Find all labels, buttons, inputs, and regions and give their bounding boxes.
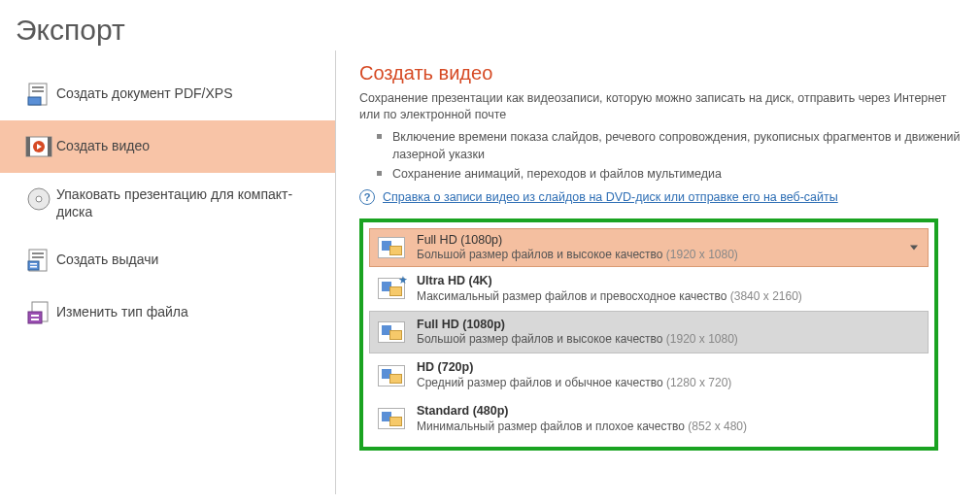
quality-option-title: Full HD (1080p) [417, 318, 738, 333]
quality-option-1080p[interactable]: Full HD (1080p) Большой размер файлов и … [369, 311, 929, 354]
sidebar-item-package-cd[interactable]: Упаковать презентацию для компакт-диска [0, 173, 335, 234]
cd-icon [21, 186, 56, 212]
svg-rect-16 [30, 266, 37, 268]
slide-thumb-icon [378, 365, 405, 386]
quality-header-sub: Большой размер файлов и высокое качество… [417, 248, 738, 262]
svg-rect-14 [28, 261, 39, 270]
quality-option-sub: Большой размер файлов и высокое качество… [417, 332, 738, 347]
quality-option-title: Standard (480p) [417, 404, 747, 420]
quality-option-480p[interactable]: Standard (480p) Минимальный размер файло… [369, 397, 929, 441]
chevron-down-icon [910, 246, 918, 251]
bullet-item: Включение времени показа слайдов, речево… [377, 127, 961, 164]
pdfxps-icon [21, 82, 56, 107]
svg-rect-20 [31, 319, 39, 320]
help-row: ? Справка о записи видео из слайдов на D… [359, 189, 961, 205]
svg-rect-3 [28, 97, 41, 105]
quality-option-title: Ultra HD (4K) [417, 274, 802, 289]
export-sidebar: Создать документ PDF/XPS Создать видео У… [0, 50, 336, 494]
video-export-icon [21, 134, 56, 159]
sidebar-item-pdfxps[interactable]: Создать документ PDF/XPS [0, 68, 335, 120]
svg-rect-19 [31, 315, 39, 317]
section-description: Сохранение презентации как видеозаписи, … [359, 90, 961, 123]
help-link[interactable]: Справка о записи видео из слайдов на DVD… [383, 190, 838, 204]
svg-rect-15 [30, 263, 37, 265]
quality-option-title: HD (720p) [417, 360, 731, 376]
section-title: Создать видео [359, 62, 961, 84]
svg-rect-5 [26, 137, 30, 156]
quality-header-title: Full HD (1080p) [417, 233, 738, 249]
sidebar-item-change-filetype[interactable]: Изменить тип файла [0, 286, 335, 339]
feature-bullets: Включение времени показа слайдов, речево… [377, 127, 961, 184]
svg-rect-6 [48, 137, 51, 156]
help-icon: ? [359, 189, 375, 205]
quality-selector-box: Full HD (1080p) Большой размер файлов и … [359, 218, 938, 451]
svg-rect-13 [32, 256, 44, 258]
filetype-icon [21, 300, 56, 325]
slide-thumb-icon: ★ [378, 278, 405, 299]
sidebar-item-label: Создать выдачи [56, 252, 158, 269]
svg-rect-12 [32, 252, 44, 254]
svg-rect-2 [32, 90, 44, 92]
slide-thumb-icon [378, 408, 405, 429]
sidebar-item-video[interactable]: Создать видео [0, 120, 335, 173]
slide-thumb-icon [378, 237, 405, 258]
page-title: Экспорт [0, 0, 980, 50]
sidebar-item-label: Создать видео [56, 138, 150, 155]
quality-option-sub: Средний размер файлов и обычное качество… [417, 376, 731, 390]
quality-option-720p[interactable]: HD (720p) Средний размер файлов и обычно… [369, 353, 929, 397]
star-icon: ★ [398, 274, 408, 286]
slide-thumb-icon [378, 321, 405, 343]
handouts-icon [21, 248, 56, 273]
sidebar-item-label: Изменить тип файла [56, 304, 188, 321]
sidebar-item-label: Упаковать презентацию для компакт-диска [56, 186, 320, 220]
svg-rect-18 [28, 312, 42, 323]
bullet-item: Сохранение анимаций, переходов и файлов … [377, 164, 961, 184]
main-area: Создать документ PDF/XPS Создать видео У… [0, 50, 980, 494]
sidebar-item-handouts[interactable]: Создать выдачи [0, 234, 335, 286]
quality-dropdown-header[interactable]: Full HD (1080p) Большой размер файлов и … [369, 228, 929, 267]
quality-option-sub: Минимальный размер файлов и плохое качес… [417, 420, 747, 434]
quality-option-4k[interactable]: ★ Ultra HD (4K) Максимальный размер файл… [369, 267, 929, 311]
svg-point-10 [36, 196, 42, 202]
quality-header-text: Full HD (1080p) Большой размер файлов и … [417, 233, 738, 263]
export-content: Создать видео Сохранение презентации как… [336, 50, 980, 494]
svg-rect-1 [32, 86, 44, 88]
quality-option-sub: Максимальный размер файлов и превосходно… [417, 289, 802, 304]
sidebar-item-label: Создать документ PDF/XPS [56, 85, 233, 103]
